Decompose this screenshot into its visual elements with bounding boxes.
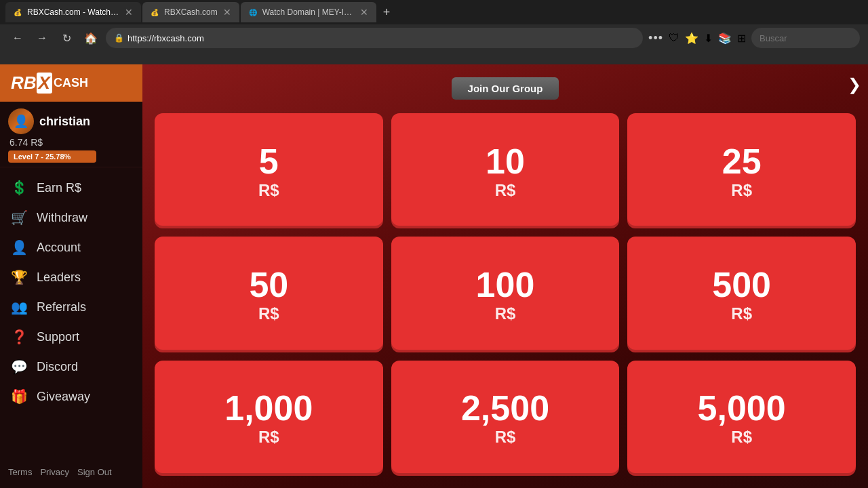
- username: christian: [39, 115, 90, 129]
- user-balance: 6.74 R$: [8, 137, 134, 148]
- terms-link[interactable]: Terms: [8, 467, 32, 477]
- logo-cash: CASH: [54, 76, 88, 90]
- withdraw-grid: 5 R$ 10 R$ 25 R$ 50 R$ 100 R$ 500 R$: [142, 105, 868, 488]
- withdraw-amount-1000: 1,000: [224, 389, 313, 428]
- sidebar-item-withdraw-label: Withdraw: [37, 211, 87, 225]
- support-icon: ❓: [11, 329, 27, 345]
- withdraw-amount-10: 10: [486, 142, 525, 181]
- withdraw-card-500[interactable]: 500 R$: [627, 237, 856, 352]
- new-tab-button[interactable]: +: [378, 5, 396, 20]
- withdraw-icon: 🛒: [11, 209, 27, 226]
- sidebar-item-earn[interactable]: 💲 Earn R$: [0, 173, 142, 203]
- tab-close-3[interactable]: ✕: [360, 7, 368, 18]
- sidebar-item-discord-label: Discord: [37, 360, 78, 374]
- tab-2[interactable]: 💰 RBXCash.com ✕: [142, 2, 239, 22]
- tab-3[interactable]: 🌐 Watch Domain | MEY-ICE Mo... ✕: [241, 2, 376, 22]
- browser-chrome: 💰 RBXCash.com - Watch Videos... ✕ 💰 RBXC…: [0, 0, 868, 64]
- sidebar-item-account[interactable]: 👤 Account: [0, 232, 142, 262]
- avatar-image: 👤: [8, 108, 34, 134]
- level-bar-wrapper: Level 7 - 25.78%: [8, 150, 134, 163]
- sidebar-item-account-label: Account: [37, 241, 81, 255]
- tab-favicon-3: 🌐: [249, 9, 257, 16]
- download-icon[interactable]: ⬇: [704, 32, 713, 45]
- nav-items: 💲 Earn R$ 🛒 Withdraw 👤 Account 🏆 Leaders…: [0, 167, 142, 462]
- withdraw-amount-25: 25: [722, 142, 762, 181]
- withdraw-amount-2500: 2,500: [461, 389, 549, 428]
- withdraw-card-50[interactable]: 50 R$: [155, 237, 383, 352]
- avatar: 👤: [8, 108, 34, 134]
- address-wrapper: 🔒: [106, 28, 643, 48]
- tab-favicon-2: 💰: [151, 9, 159, 16]
- logo-r: R: [11, 73, 24, 94]
- top-banner: Join Our Group ❯: [142, 64, 868, 105]
- shield-icon: 🛡: [669, 32, 679, 44]
- bookmark-icon[interactable]: ⭐: [685, 32, 698, 45]
- back-button[interactable]: ←: [8, 28, 27, 47]
- sidebar: R B X CASH 👤 christian 6.74 R$ Level 7 -…: [0, 64, 142, 488]
- referrals-icon: 👥: [11, 299, 27, 315]
- tab-title-2: RBXCash.com: [164, 7, 218, 17]
- tab-close-1[interactable]: ✕: [125, 7, 133, 18]
- withdraw-amount-100: 100: [476, 266, 535, 304]
- sidebar-item-referrals-label: Referrals: [37, 300, 86, 314]
- lock-icon: 🔒: [114, 33, 124, 43]
- withdraw-card-1000[interactable]: 1,000 R$: [155, 361, 383, 476]
- tab-title-1: RBXCash.com - Watch Videos...: [27, 7, 119, 17]
- discord-icon: 💬: [11, 359, 27, 375]
- withdraw-amount-50: 50: [249, 266, 288, 304]
- join-group-button[interactable]: Join Our Group: [452, 77, 559, 100]
- logo-b: B: [24, 73, 37, 94]
- withdraw-currency-25: R$: [731, 181, 752, 200]
- user-row: 👤 christian: [8, 108, 134, 134]
- account-icon: 👤: [11, 239, 27, 256]
- user-info: 👤 christian 6.74 R$ Level 7 - 25.78%: [0, 102, 142, 167]
- refresh-button[interactable]: ↻: [57, 28, 76, 47]
- tab-close-2[interactable]: ✕: [223, 7, 231, 18]
- withdraw-card-5[interactable]: 5 R$: [155, 113, 383, 228]
- withdraw-card-10[interactable]: 10 R$: [391, 113, 620, 228]
- logo-area: R B X CASH: [0, 64, 142, 102]
- sidebar-item-giveaway-label: Giveaway: [37, 390, 90, 404]
- withdraw-card-25[interactable]: 25 R$: [627, 113, 856, 228]
- withdraw-amount-500: 500: [712, 266, 771, 304]
- grid-icon[interactable]: ⊞: [737, 32, 746, 45]
- sidebar-item-support-label: Support: [37, 330, 79, 344]
- logo-x: X: [37, 73, 52, 94]
- content-area: Join Our Group ❯ 5 R$ 10 R$ 25 R$ 50 R$ …: [142, 64, 868, 488]
- extensions-icon[interactable]: 📚: [718, 32, 732, 45]
- more-options-icon[interactable]: •••: [648, 31, 663, 45]
- leaders-icon: 🏆: [11, 269, 27, 285]
- sidebar-item-referrals[interactable]: 👥 Referrals: [0, 292, 142, 322]
- withdraw-card-2500[interactable]: 2,500 R$: [391, 361, 620, 476]
- sidebar-item-withdraw[interactable]: 🛒 Withdraw: [0, 203, 142, 232]
- tab-favicon-1: 💰: [14, 9, 22, 16]
- earn-icon: 💲: [11, 180, 27, 196]
- withdraw-amount-5: 5: [259, 142, 279, 181]
- withdraw-currency-2500: R$: [495, 428, 516, 447]
- forward-button[interactable]: →: [33, 28, 52, 47]
- withdraw-amount-5000: 5,000: [698, 389, 786, 428]
- sidebar-item-giveaway[interactable]: 🎁 Giveaway: [0, 382, 142, 411]
- withdraw-card-100[interactable]: 100 R$: [391, 237, 620, 352]
- tab-1[interactable]: 💰 RBXCash.com - Watch Videos... ✕: [5, 2, 141, 22]
- withdraw-currency-5000: R$: [731, 428, 752, 447]
- withdraw-currency-10: R$: [495, 181, 516, 200]
- arrow-right-icon[interactable]: ❯: [848, 75, 861, 94]
- main-layout: R B X CASH 👤 christian 6.74 R$ Level 7 -…: [0, 64, 868, 488]
- sign-out-link[interactable]: Sign Out: [77, 467, 112, 477]
- privacy-link[interactable]: Privacy: [40, 467, 69, 477]
- home-button[interactable]: 🏠: [81, 28, 100, 47]
- sidebar-item-discord[interactable]: 💬 Discord: [0, 352, 142, 382]
- sidebar-footer: Terms Privacy Sign Out: [0, 462, 142, 483]
- sidebar-item-earn-label: Earn R$: [37, 181, 81, 195]
- withdraw-currency-5: R$: [258, 181, 279, 200]
- sidebar-item-leaders[interactable]: 🏆 Leaders: [0, 262, 142, 292]
- sidebar-item-support[interactable]: ❓ Support: [0, 322, 142, 352]
- giveaway-icon: 🎁: [11, 388, 27, 405]
- address-bar[interactable]: [106, 28, 643, 48]
- search-input[interactable]: [751, 28, 860, 48]
- withdraw-card-5000[interactable]: 5,000 R$: [627, 361, 856, 476]
- withdraw-currency-500: R$: [731, 304, 752, 323]
- tab-bar: 💰 RBXCash.com - Watch Videos... ✕ 💰 RBXC…: [0, 0, 868, 24]
- browser-nav-bar: ← → ↻ 🏠 🔒 ••• 🛡 ⭐ ⬇ 📚 ⊞: [0, 24, 868, 52]
